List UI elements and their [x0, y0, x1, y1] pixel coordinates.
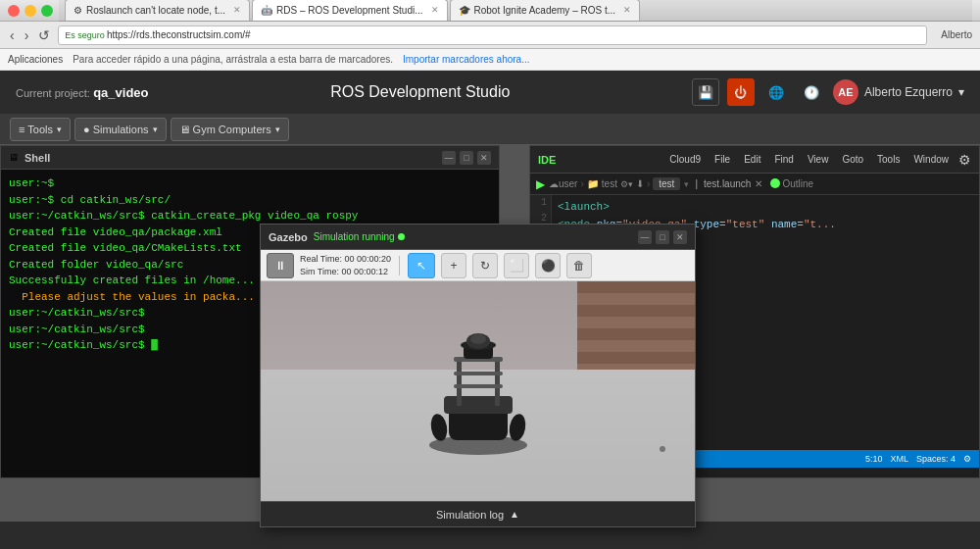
bookmarks-import[interactable]: Importar marcadores ahora...: [403, 54, 530, 65]
cylinder-tool-button[interactable]: 🗑: [566, 253, 592, 278]
rotate-tool-button[interactable]: ↻: [472, 253, 498, 278]
tools-menu[interactable]: ≡ Tools ▾: [10, 118, 71, 141]
term-line: user:~$: [9, 175, 491, 192]
cylinder-icon: 🗑: [573, 259, 585, 273]
cursor-tool-button[interactable]: ↖: [408, 253, 435, 278]
breadcrumb-test-label: test: [602, 178, 617, 189]
ide-spaces: Spaces: 4: [916, 454, 956, 464]
folder-gear-icon[interactable]: ⚙▾: [620, 179, 633, 189]
tab-close-icon[interactable]: ✕: [233, 5, 241, 15]
ide-menu-view[interactable]: View: [804, 154, 833, 165]
mouse-cursor: [660, 446, 665, 452]
ide-title: IDE: [538, 154, 556, 166]
browser-tab-roslaunch[interactable]: ⚙ Roslaunch can't locate node, t... ✕: [65, 0, 250, 21]
user-name: Alberto Ezquerro: [864, 85, 953, 99]
user-chevron: ▾: [958, 85, 964, 99]
ide-menu-tools[interactable]: Tools: [873, 154, 904, 165]
folder-icon: 📁: [587, 178, 599, 189]
maximize-button[interactable]: [41, 5, 53, 17]
breadcrumb-file-close[interactable]: ✕: [755, 178, 762, 189]
refresh-button[interactable]: ↺: [36, 27, 52, 43]
term-line: user:~/catkin_ws/src$ catkin_create_pkg …: [9, 208, 491, 225]
gazebo-minimize-button[interactable]: —: [638, 230, 652, 244]
os-chrome-bar: ⚙ Roslaunch can't locate node, t... ✕ 🤖 …: [0, 0, 980, 22]
box-tool-button[interactable]: ⬜: [504, 253, 529, 278]
real-time-label: Real Time:: [300, 254, 342, 264]
shell-minimize-button[interactable]: —: [442, 151, 456, 165]
url-text: https://rds.theconstructsim.com/#: [107, 29, 251, 40]
ide-menu-window[interactable]: Window: [909, 154, 953, 165]
header-icons: 💾 ⏻ 🌐 🕐 AE Alberto Ezquerro ▾: [692, 78, 964, 106]
ide-outline-toggle[interactable]: Outline: [782, 178, 813, 189]
globe-button[interactable]: 🌐: [762, 78, 790, 106]
box-icon: ⬜: [510, 259, 524, 273]
tab-favicon: 🤖: [261, 5, 272, 16]
settings-icon[interactable]: ⚙: [958, 152, 971, 168]
breadcrumb-test-folder[interactable]: 📁 test ⚙▾ ⬇: [587, 178, 644, 189]
shell-titlebar: 🖥 Shell — □ ✕: [1, 146, 499, 170]
toolbar: ≡ Tools ▾ ● Simulations ▾ 🖥 Gym Computer…: [0, 114, 980, 145]
add-tool-button[interactable]: +: [441, 253, 466, 278]
browser-tab-ria[interactable]: 🎓 Robot Ignite Academy – ROS t... ✕: [450, 0, 641, 21]
url-bar[interactable]: Es seguro https://rds.theconstructsim.co…: [58, 25, 927, 45]
breadcrumb-dropdown-icon[interactable]: ▾: [684, 179, 689, 189]
sim-status-text: Simulation running: [314, 231, 395, 242]
back-button[interactable]: ‹: [8, 27, 17, 43]
ide-menu-cloud9[interactable]: Cloud9: [665, 154, 705, 165]
ide-menu-file[interactable]: File: [710, 154, 734, 165]
sphere-icon: ⚫: [541, 259, 556, 273]
shell-maximize-button[interactable]: □: [460, 151, 473, 165]
rotate-icon: ↻: [480, 259, 490, 273]
minimize-button[interactable]: [24, 5, 36, 17]
forward-button[interactable]: ›: [23, 27, 31, 43]
svg-rect-3: [457, 357, 462, 406]
gazebo-toolbar: ⏸ Real Time: 00 00:00:20 Sim Time: 00 00…: [261, 250, 695, 281]
chevron-up-icon[interactable]: ▲: [510, 509, 519, 520]
bookmarks-bar: Aplicaciones Para acceder rápido a una p…: [0, 49, 980, 71]
ide-menu-edit[interactable]: Edit: [740, 154, 764, 165]
ide-settings-status-icon[interactable]: ⚙: [963, 454, 971, 464]
shell-close-button[interactable]: ✕: [477, 151, 491, 165]
app-header: Current project: qa_video ROS Developmen…: [0, 71, 980, 114]
ide-run-dot: [770, 178, 780, 190]
pause-button[interactable]: ⏸: [267, 253, 294, 278]
breadcrumb-file[interactable]: test: [653, 177, 680, 190]
breadcrumb-expand-icon[interactable]: ▶: [536, 177, 545, 191]
gym-computers-menu[interactable]: 🖥 Gym Computers ▾: [171, 118, 289, 141]
breadcrumb-sep3: |: [695, 178, 698, 189]
tab-close-icon[interactable]: ✕: [623, 5, 631, 15]
browser-tab-rds[interactable]: 🤖 RDS – ROS Development Studi... ✕: [252, 0, 448, 21]
shell-title: Shell: [24, 152, 50, 164]
gazebo-close-button[interactable]: ✕: [673, 230, 687, 244]
breadcrumb-sep2: ›: [647, 178, 650, 189]
breadcrumb-user[interactable]: user: [559, 178, 577, 189]
sphere-tool-button[interactable]: ⚫: [535, 253, 561, 278]
robot-scene: [261, 281, 695, 501]
tab-label: Robot Ignite Academy – ROS t...: [474, 5, 616, 16]
robot-svg: [419, 318, 537, 465]
simulations-label: ● Simulations: [83, 124, 149, 135]
close-button[interactable]: [8, 5, 20, 17]
sim-time-value: 00 00:00:12: [342, 267, 389, 276]
bookmarks-apps[interactable]: Aplicaciones: [8, 54, 63, 65]
app-title: ROS Development Studio: [165, 83, 676, 101]
project-name: qa_video: [93, 85, 148, 100]
simulations-menu[interactable]: ● Simulations ▾: [74, 118, 167, 141]
save-button[interactable]: 💾: [692, 78, 719, 106]
ide-menu-find[interactable]: Find: [770, 154, 797, 165]
ide-menu-goto[interactable]: Goto: [838, 154, 867, 165]
secure-badge: Es seguro: [65, 30, 105, 40]
svg-rect-2: [444, 396, 513, 414]
gazebo-panel-controls: — □ ✕: [638, 230, 687, 244]
tab-close-icon[interactable]: ✕: [431, 5, 439, 15]
clock-button[interactable]: 🕐: [798, 78, 825, 106]
gazebo-viewport[interactable]: [261, 281, 695, 501]
ide-position: 5:10: [865, 454, 883, 464]
traffic-lights: [8, 5, 53, 17]
browser-tab-bar: ⚙ Roslaunch can't locate node, t... ✕ 🤖 …: [59, 0, 972, 22]
svg-rect-6: [454, 372, 503, 375]
power-button[interactable]: ⏻: [727, 78, 755, 106]
gazebo-maximize-button[interactable]: □: [656, 230, 669, 244]
run-indicator: [770, 178, 780, 188]
tools-label: ≡ Tools: [19, 124, 53, 135]
